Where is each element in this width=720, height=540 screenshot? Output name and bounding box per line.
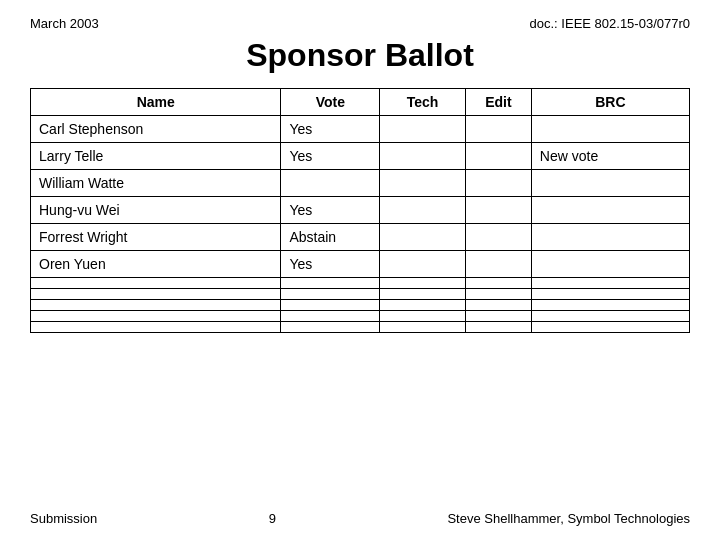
cell-vote-6 [281, 278, 380, 289]
cell-vote-0: Yes [281, 116, 380, 143]
cell-tech-3 [380, 197, 466, 224]
cell-brc-4 [531, 224, 689, 251]
cell-vote-1: Yes [281, 143, 380, 170]
cell-name-3: Hung-vu Wei [31, 197, 281, 224]
cell-tech-0 [380, 116, 466, 143]
cell-name-8 [31, 300, 281, 311]
cell-tech-4 [380, 224, 466, 251]
cell-vote-8 [281, 300, 380, 311]
table-row: Larry TelleYesNew vote [31, 143, 690, 170]
cell-name-6 [31, 278, 281, 289]
cell-name-7 [31, 289, 281, 300]
cell-tech-9 [380, 311, 466, 322]
header-bar: March 2003 doc.: IEEE 802.15-03/077r0 [30, 16, 690, 31]
cell-tech-5 [380, 251, 466, 278]
footer-page-number: 9 [97, 511, 447, 526]
col-header-edit: Edit [465, 89, 531, 116]
cell-edit-2 [465, 170, 531, 197]
cell-tech-8 [380, 300, 466, 311]
table-row: William Watte [31, 170, 690, 197]
cell-name-10 [31, 322, 281, 333]
col-header-name: Name [31, 89, 281, 116]
table-row [31, 278, 690, 289]
page-title: Sponsor Ballot [30, 37, 690, 74]
table-row [31, 322, 690, 333]
cell-name-0: Carl Stephenson [31, 116, 281, 143]
cell-edit-0 [465, 116, 531, 143]
table-row [31, 311, 690, 322]
cell-edit-1 [465, 143, 531, 170]
cell-name-2: William Watte [31, 170, 281, 197]
table-row [31, 289, 690, 300]
cell-name-4: Forrest Wright [31, 224, 281, 251]
cell-vote-4: Abstain [281, 224, 380, 251]
cell-name-9 [31, 311, 281, 322]
cell-brc-7 [531, 289, 689, 300]
table-row: Hung-vu WeiYes [31, 197, 690, 224]
cell-vote-9 [281, 311, 380, 322]
cell-tech-1 [380, 143, 466, 170]
table-row [31, 300, 690, 311]
cell-edit-5 [465, 251, 531, 278]
col-header-tech: Tech [380, 89, 466, 116]
cell-name-5: Oren Yuen [31, 251, 281, 278]
ballot-table: Name Vote Tech Edit BRC Carl StephensonY… [30, 88, 690, 333]
col-header-brc: BRC [531, 89, 689, 116]
cell-vote-7 [281, 289, 380, 300]
cell-brc-5 [531, 251, 689, 278]
cell-edit-9 [465, 311, 531, 322]
cell-vote-2 [281, 170, 380, 197]
table-header-row: Name Vote Tech Edit BRC [31, 89, 690, 116]
cell-tech-10 [380, 322, 466, 333]
cell-edit-4 [465, 224, 531, 251]
table-row: Carl StephensonYes [31, 116, 690, 143]
cell-tech-7 [380, 289, 466, 300]
table-wrapper: Name Vote Tech Edit BRC Carl StephensonY… [30, 88, 690, 503]
header-date: March 2003 [30, 16, 99, 31]
cell-brc-0 [531, 116, 689, 143]
header-doc: doc.: IEEE 802.15-03/077r0 [530, 16, 690, 31]
cell-brc-10 [531, 322, 689, 333]
cell-tech-6 [380, 278, 466, 289]
cell-edit-6 [465, 278, 531, 289]
cell-brc-8 [531, 300, 689, 311]
footer-right: Steve Shellhammer, Symbol Technologies [447, 511, 690, 526]
footer: Submission 9 Steve Shellhammer, Symbol T… [30, 511, 690, 526]
cell-brc-3 [531, 197, 689, 224]
cell-vote-5: Yes [281, 251, 380, 278]
page: March 2003 doc.: IEEE 802.15-03/077r0 Sp… [0, 0, 720, 540]
cell-edit-7 [465, 289, 531, 300]
cell-vote-3: Yes [281, 197, 380, 224]
cell-brc-6 [531, 278, 689, 289]
col-header-vote: Vote [281, 89, 380, 116]
cell-brc-1: New vote [531, 143, 689, 170]
cell-tech-2 [380, 170, 466, 197]
cell-brc-2 [531, 170, 689, 197]
table-row: Oren YuenYes [31, 251, 690, 278]
cell-name-1: Larry Telle [31, 143, 281, 170]
cell-edit-3 [465, 197, 531, 224]
table-row: Forrest WrightAbstain [31, 224, 690, 251]
cell-vote-10 [281, 322, 380, 333]
footer-left: Submission [30, 511, 97, 526]
cell-brc-9 [531, 311, 689, 322]
cell-edit-10 [465, 322, 531, 333]
cell-edit-8 [465, 300, 531, 311]
